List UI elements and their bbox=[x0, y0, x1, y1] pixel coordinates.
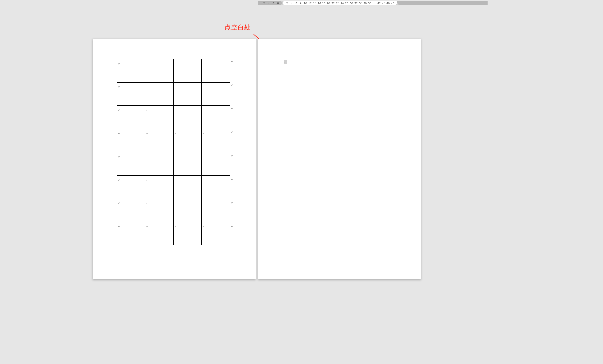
paragraph-mark-icon: ↵ bbox=[175, 109, 177, 111]
paragraph-mark-icon: ↵ bbox=[175, 202, 177, 204]
table-cell[interactable]: ↵ bbox=[117, 176, 145, 199]
table-cell[interactable]: ↵ bbox=[174, 83, 202, 106]
document-table[interactable]: ↵↵↵↵↵↵↵↵↵↵↵↵↵↵↵↵↵↵↵↵↵↵↵↵↵↵↵↵↵↵↵↵ bbox=[117, 59, 230, 245]
table-cell[interactable]: ↵ bbox=[145, 106, 174, 129]
paragraph-mark-icon: ↵ bbox=[146, 86, 148, 88]
paragraph-mark-icon: ↵ bbox=[146, 63, 148, 65]
table-cell[interactable]: ↵ bbox=[117, 106, 145, 129]
paragraph-mark-icon: ↵ bbox=[175, 156, 177, 158]
ruler-tick: 42 bbox=[377, 1, 381, 5]
table-cell[interactable]: ↵ bbox=[174, 129, 202, 152]
paragraph-mark-icon: ↵ bbox=[146, 179, 148, 181]
document-page-1[interactable]: ↵↵↵↵↵↵↵↵↵↵↵↵↵↵↵↵↵↵↵↵↵↵↵↵↵↵↵↵↵↵↵↵ ↵↵↵↵↵↵↵… bbox=[93, 39, 256, 279]
ruler-tick: 10 bbox=[304, 1, 307, 5]
ruler-tick: 2 bbox=[286, 1, 288, 5]
table-cell[interactable]: ↵ bbox=[174, 106, 202, 129]
paragraph-mark-icon: ↵ bbox=[146, 156, 148, 158]
ruler-left-margin bbox=[258, 1, 282, 5]
right-indent-icon[interactable] bbox=[395, 3, 399, 5]
document-page-2[interactable]: ↵ bbox=[258, 39, 421, 279]
table-cell[interactable]: ↵ bbox=[117, 59, 145, 83]
row-end-mark-icon: ↵ bbox=[231, 131, 233, 133]
paragraph-mark-icon: ↵ bbox=[118, 179, 120, 181]
row-end-mark-icon: ↵ bbox=[231, 155, 233, 157]
paragraph-mark-icon: ↵ bbox=[146, 132, 148, 135]
paragraph-mark-icon: ↵ bbox=[203, 132, 205, 135]
row-end-mark-icon: ↵ bbox=[231, 60, 233, 63]
table-cell[interactable]: ↵ bbox=[117, 152, 145, 176]
row-end-mark-icon: ↵ bbox=[231, 225, 233, 228]
paragraph-mark-icon: ↵ bbox=[118, 86, 120, 88]
ruler-tick: 28 bbox=[345, 1, 348, 5]
paragraph-mark-icon: ↵ bbox=[203, 179, 205, 181]
paragraph-mark-icon: ↵ bbox=[175, 86, 177, 88]
ruler-tick: 30 bbox=[350, 1, 353, 5]
ruler-tick: 20 bbox=[327, 1, 330, 5]
ruler-tick: 14 bbox=[313, 1, 316, 5]
table-cell[interactable]: ↵ bbox=[202, 83, 230, 106]
table-cell[interactable]: ↵ bbox=[174, 152, 202, 176]
row-end-mark-icon: ↵ bbox=[231, 107, 233, 110]
ruler-tick: 12 bbox=[308, 1, 312, 5]
paragraph-mark-icon: ↵ bbox=[175, 132, 177, 135]
ruler-right-margin bbox=[397, 1, 488, 5]
paragraph-mark-icon: ↵ bbox=[118, 132, 120, 135]
table-cell[interactable]: ↵ bbox=[117, 199, 145, 222]
paragraph-mark-icon: ↵ bbox=[175, 63, 177, 65]
table-cell[interactable]: ↵ bbox=[174, 222, 202, 245]
ruler-tick: 36 bbox=[364, 1, 367, 5]
paragraph-mark-icon: ↵ bbox=[203, 225, 205, 228]
ruler-tick: 22 bbox=[331, 1, 335, 5]
ruler-tick: 6 bbox=[295, 1, 297, 5]
table-cell[interactable]: ↵ bbox=[202, 152, 230, 176]
paragraph-mark-icon: ↵ bbox=[203, 156, 205, 158]
row-end-mark-icon: ↵ bbox=[231, 84, 233, 86]
table-cell[interactable]: ↵ bbox=[174, 176, 202, 199]
left-indent-icon[interactable] bbox=[281, 5, 284, 5]
annotation-label: 点空白处 bbox=[224, 23, 251, 32]
table-cell[interactable]: ↵ bbox=[202, 59, 230, 83]
ruler-tick: 8 bbox=[300, 1, 302, 5]
table-cell[interactable]: ↵ bbox=[145, 129, 174, 152]
table-cell[interactable]: ↵ bbox=[117, 222, 145, 245]
table-cell[interactable]: ↵ bbox=[145, 176, 174, 199]
horizontal-ruler[interactable]: 8642246810121416182022242628303234363842… bbox=[258, 1, 488, 5]
table-cell[interactable]: ↵ bbox=[145, 199, 174, 222]
paragraph-mark-icon: ↵ bbox=[118, 109, 120, 111]
first-line-indent-icon[interactable] bbox=[281, 1, 284, 3]
ruler-tick: 24 bbox=[336, 1, 339, 5]
ruler-tick: 4 bbox=[291, 1, 292, 5]
table-cell[interactable]: ↵ bbox=[174, 59, 202, 83]
table-cell[interactable]: ↵ bbox=[145, 222, 174, 245]
paragraph-mark-icon: ↵ bbox=[146, 225, 148, 228]
ruler-tick: 8 bbox=[277, 1, 279, 5]
paragraph-mark-icon: ↵ bbox=[203, 109, 205, 111]
table-cell[interactable]: ↵ bbox=[174, 199, 202, 222]
table-cell[interactable]: ↵ bbox=[117, 129, 145, 152]
ruler-tick: 16 bbox=[318, 1, 321, 5]
table-cell[interactable]: ↵ bbox=[117, 83, 145, 106]
ruler-tick: 44 bbox=[382, 1, 385, 5]
ruler-tick: 46 bbox=[386, 1, 390, 5]
row-end-mark-icon: ↵ bbox=[231, 178, 233, 181]
table-cell[interactable]: ↵ bbox=[202, 222, 230, 245]
table-cell[interactable]: ↵ bbox=[145, 152, 174, 176]
table-cell[interactable]: ↵ bbox=[202, 199, 230, 222]
table-cell[interactable]: ↵ bbox=[202, 176, 230, 199]
paragraph-mark-icon: ↵ bbox=[203, 202, 205, 204]
paragraph-mark-icon: ↵ bbox=[203, 63, 205, 65]
ruler-tick: 18 bbox=[322, 1, 325, 5]
table-cell[interactable]: ↵ bbox=[202, 129, 230, 152]
table-cell[interactable]: ↵ bbox=[145, 83, 174, 106]
ruler-tick: 32 bbox=[354, 1, 358, 5]
paragraph-mark-icon: ↵ bbox=[118, 156, 120, 158]
row-end-mark-icon: ↵ bbox=[231, 202, 233, 204]
ruler-tick: 38 bbox=[368, 1, 371, 5]
ruler-tick: 2 bbox=[263, 1, 265, 5]
paragraph-mark-icon: ↵ bbox=[175, 179, 177, 181]
table-cell[interactable]: ↵ bbox=[145, 59, 174, 83]
paragraph-mark[interactable]: ↵ bbox=[284, 60, 287, 64]
ruler-tick: 26 bbox=[341, 1, 344, 5]
ruler-tick: 34 bbox=[359, 1, 362, 5]
table-cell[interactable]: ↵ bbox=[202, 106, 230, 129]
